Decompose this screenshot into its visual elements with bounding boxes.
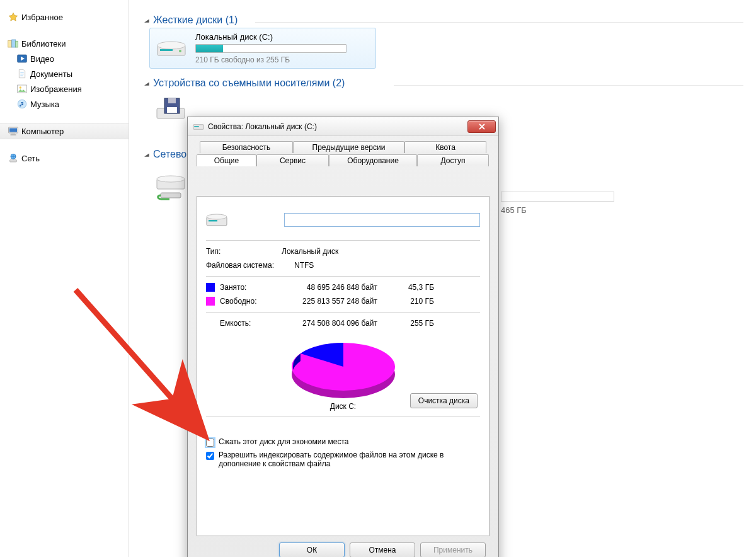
nav-video-label: Видео (30, 54, 54, 64)
nav-documents-label: Документы (30, 69, 72, 79)
svg-rect-12 (9, 129, 17, 132)
volume-label-input[interactable] (284, 213, 480, 227)
nav-music[interactable]: Музыка (0, 96, 129, 112)
network-icon (8, 152, 19, 164)
capacity-label: Емкость: (220, 319, 277, 328)
tab-previous-versions[interactable]: Предыдущие версии (293, 141, 404, 153)
svg-rect-27 (161, 193, 181, 198)
svg-point-9 (20, 86, 21, 88)
tab-hardware[interactable]: Оборудование (329, 154, 417, 166)
svg-rect-19 (160, 49, 173, 51)
index-checkbox-row[interactable]: Разрешить индексировать содержимое файло… (206, 449, 480, 470)
svg-point-26 (157, 176, 185, 182)
nav-images[interactable]: Изображения (0, 81, 129, 96)
drive-c-name: Локальный диск (C:) (195, 32, 368, 42)
free-swatch (206, 297, 215, 306)
svg-point-20 (179, 50, 181, 52)
ok-button[interactable]: ОК (279, 543, 345, 557)
svg-rect-16 (10, 160, 17, 162)
bg-progress-fragment (501, 192, 614, 202)
nav-favorites[interactable]: Избранное (0, 9, 129, 25)
compress-checkbox-row[interactable]: Сжать этот диск для экономии места (206, 435, 480, 449)
disk-cleanup-button[interactable]: Очистка диска (410, 393, 478, 408)
svg-rect-14 (11, 134, 16, 135)
free-bytes: 225 813 557 248 байт (277, 297, 377, 306)
general-tab-panel: Тип: Локальный диск Файловая система: NT… (197, 196, 490, 536)
nav-libraries-label: Библиотеки (21, 39, 66, 49)
drive-c-free-text: 210 ГБ свободно из 255 ГБ (195, 55, 368, 64)
drive-c-tile[interactable]: Локальный диск (C:) 210 ГБ свободно из 2… (149, 28, 376, 69)
used-label: Занято: (220, 283, 277, 292)
svg-rect-5 (20, 72, 23, 72)
compress-label: Сжать этот диск для экономии места (219, 437, 348, 446)
nav-computer[interactable]: Компьютер (0, 123, 129, 139)
nav-video[interactable]: Видео (0, 51, 129, 66)
index-checkbox[interactable] (206, 452, 214, 460)
svg-rect-13 (11, 134, 15, 135)
index-label: Разрешить индексировать содержимое файло… (219, 451, 464, 468)
svg-rect-2 (16, 41, 18, 47)
apply-button[interactable]: Применить (420, 543, 486, 557)
nav-computer-label: Компьютер (21, 127, 64, 136)
video-icon (16, 53, 28, 64)
star-icon (8, 11, 19, 23)
close-button[interactable] (467, 120, 496, 133)
section-hard-drives[interactable]: ◢ Жесткие диски (1) (144, 14, 743, 26)
svg-rect-0 (8, 41, 12, 48)
nav-favorites-label: Избранное (21, 13, 63, 22)
svg-rect-29 (194, 126, 199, 127)
documents-icon (16, 68, 28, 79)
network-drive-icon (152, 171, 190, 203)
usage-pie-chart (284, 335, 403, 398)
type-label: Тип: (206, 247, 282, 256)
used-gb: 45,3 ГБ (377, 283, 434, 292)
filesystem-value: NTFS (294, 261, 480, 270)
used-bytes: 48 695 246 848 байт (277, 283, 377, 292)
computer-icon (8, 125, 19, 137)
svg-point-31 (207, 214, 227, 219)
svg-point-18 (158, 42, 185, 49)
bg-free-fragment: 465 ГБ (501, 205, 527, 215)
tab-strip: Безопасность Предыдущие версии Квота Общ… (197, 141, 490, 169)
svg-rect-1 (12, 40, 16, 47)
cancel-button[interactable]: Отмена (350, 543, 415, 557)
disk-properties-dialog: Свойства: Локальный диск (C:) Безопаснос… (187, 117, 499, 557)
dialog-titlebar[interactable]: Свойства: Локальный диск (C:) (188, 117, 498, 136)
nav-images-label: Изображения (30, 84, 82, 94)
svg-rect-23 (168, 98, 176, 103)
nav-network[interactable]: Сеть (0, 151, 129, 166)
music-icon (16, 98, 28, 110)
tab-sharing[interactable]: Доступ (417, 154, 489, 166)
nav-network-label: Сеть (21, 154, 40, 163)
floppy-drive-icon (152, 93, 190, 125)
collapse-triangle-icon: ◢ (144, 18, 149, 23)
free-gb: 210 ГБ (377, 297, 434, 306)
filesystem-label: Файловая система: (206, 261, 294, 270)
tab-tools[interactable]: Сервис (256, 154, 329, 166)
nav-libraries[interactable]: Библиотеки (0, 36, 129, 51)
svg-rect-6 (20, 74, 23, 74)
svg-rect-24 (167, 107, 177, 113)
hard-drive-icon (152, 31, 190, 62)
nav-documents[interactable]: Документы (0, 66, 129, 81)
navigation-pane: Избранное Библиотеки Видео Документы Изо… (0, 0, 129, 557)
libraries-icon (8, 38, 19, 49)
collapse-triangle-icon: ◢ (144, 152, 149, 157)
type-value: Локальный диск (282, 247, 480, 256)
compress-checkbox[interactable] (206, 439, 214, 447)
collapse-triangle-icon: ◢ (144, 81, 149, 86)
dialog-title: Свойства: Локальный диск (C:) (208, 122, 467, 131)
svg-rect-32 (209, 220, 217, 222)
tab-quota[interactable]: Квота (404, 141, 486, 153)
tab-general[interactable]: Общие (197, 154, 256, 166)
drive-icon-large (206, 210, 227, 229)
nav-music-label: Музыка (30, 100, 59, 109)
capacity-gb: 255 ГБ (377, 319, 434, 328)
section-removable[interactable]: ◢ Устройства со съемными носителями (2) (144, 78, 743, 89)
images-icon (16, 83, 28, 95)
free-label: Свободно: (220, 297, 277, 306)
capacity-bytes: 274 508 804 096 байт (277, 319, 377, 328)
svg-rect-7 (20, 76, 23, 76)
drive-icon (193, 122, 204, 132)
tab-security[interactable]: Безопасность (200, 141, 293, 153)
